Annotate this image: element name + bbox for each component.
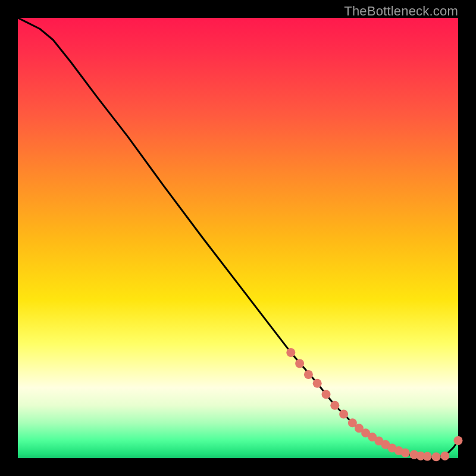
data-point — [313, 379, 322, 388]
data-point — [286, 348, 295, 357]
data-point — [423, 452, 432, 461]
data-point — [440, 452, 449, 461]
watermark-text: TheBottleneck.com — [344, 4, 458, 19]
data-point — [330, 401, 339, 410]
data-point — [432, 452, 441, 461]
plot-area — [18, 18, 458, 458]
data-point — [339, 410, 348, 419]
curve-layer — [18, 18, 458, 458]
bottleneck-curve — [18, 18, 458, 457]
chart-container: TheBottleneck.com — [0, 0, 476, 476]
data-point — [295, 359, 304, 368]
data-point — [304, 370, 313, 379]
data-point — [454, 436, 463, 445]
data-point — [322, 390, 331, 399]
data-point — [401, 449, 410, 458]
